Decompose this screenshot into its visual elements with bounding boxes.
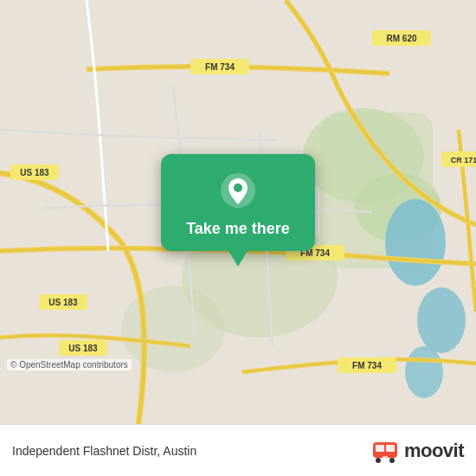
svg-text:FM 734: FM 734: [205, 62, 235, 72]
svg-text:US 183: US 183: [20, 168, 49, 177]
svg-rect-28: [376, 445, 384, 452]
svg-text:RM 620: RM 620: [386, 34, 416, 43]
osm-attribution: © OpenStreetMap contributors: [7, 359, 132, 370]
svg-point-6: [385, 199, 446, 286]
svg-point-5: [121, 286, 225, 372]
svg-point-31: [389, 458, 395, 463]
moovit-brand-name: moovit: [404, 440, 464, 462]
moovit-bus-icon: [371, 437, 399, 465]
svg-point-30: [376, 458, 381, 463]
svg-point-26: [234, 183, 242, 192]
location-label: Independent Flashnet Distr, Austin: [12, 444, 196, 458]
take-me-there-card[interactable]: Take me there: [161, 154, 315, 251]
map-view: FM 734 RM 620 US 183 FM 734 CR 171 US 18…: [0, 0, 476, 424]
svg-point-7: [417, 287, 466, 353]
svg-text:US 183: US 183: [48, 298, 78, 307]
svg-text:CR 171: CR 171: [451, 156, 476, 164]
svg-rect-29: [386, 445, 395, 452]
svg-text:US 183: US 183: [68, 344, 98, 353]
svg-rect-32: [383, 456, 388, 459]
location-pin-icon: [217, 170, 259, 211]
cta-button-label: Take me there: [186, 220, 290, 239]
svg-text:FM 734: FM 734: [352, 361, 382, 370]
svg-point-8: [405, 346, 443, 398]
moovit-logo: moovit: [371, 437, 464, 465]
footer-bar: Independent Flashnet Distr, Austin moovi…: [0, 424, 476, 476]
